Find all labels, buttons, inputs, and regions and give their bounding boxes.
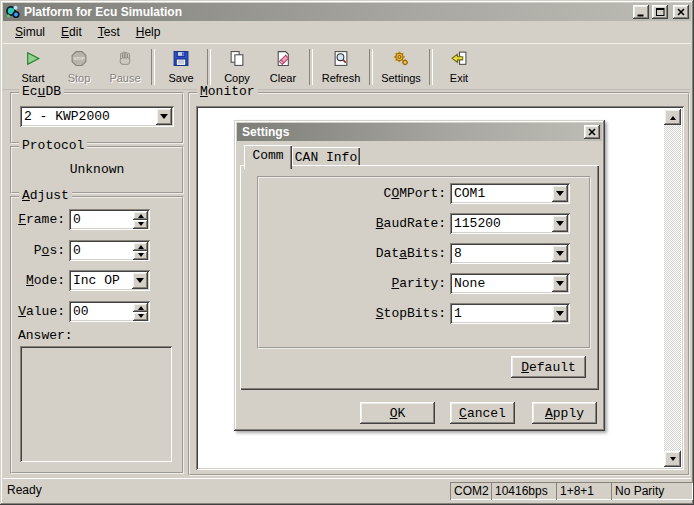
comport-label: COMPort: bbox=[254, 183, 446, 204]
menu-simul[interactable]: Simul bbox=[7, 23, 53, 41]
pos-spinner[interactable]: 0 bbox=[69, 240, 150, 261]
status-bar: Ready COM2 10416bps 1+8+1 No Parity bbox=[3, 478, 691, 503]
spin-down-icon[interactable] bbox=[133, 220, 148, 229]
databits-combobox[interactable]: 8 bbox=[450, 243, 570, 264]
status-pane-frame-bits: 1+8+1 bbox=[556, 482, 612, 500]
toolbar-separator bbox=[207, 49, 211, 85]
exit-button[interactable]: Exit bbox=[436, 47, 482, 87]
status-pane-parity: No Parity bbox=[611, 482, 693, 500]
spin-up-icon[interactable] bbox=[133, 242, 148, 251]
status-message: Ready bbox=[7, 483, 42, 497]
frame-value: 0 bbox=[73, 209, 132, 230]
stopbits-value: 1 bbox=[454, 303, 550, 324]
comport-value: COM1 bbox=[454, 183, 550, 204]
ok-button[interactable]: OK bbox=[360, 402, 435, 424]
chevron-down-icon[interactable] bbox=[552, 185, 568, 202]
toolbar-separator bbox=[151, 49, 155, 85]
status-pane-baudrate: 10416bps bbox=[491, 482, 557, 500]
apply-button[interactable]: Apply bbox=[532, 402, 597, 424]
default-button[interactable]: Default bbox=[511, 356, 586, 378]
pause-button[interactable]: Pause bbox=[102, 47, 148, 87]
tab-comm[interactable]: Comm bbox=[244, 145, 292, 169]
start-icon bbox=[24, 50, 42, 71]
baudrate-value: 115200 bbox=[454, 213, 550, 234]
save-floppy-icon bbox=[172, 50, 190, 71]
value-value: 00 bbox=[73, 301, 132, 322]
settings-button[interactable]: Settings bbox=[376, 47, 426, 87]
frame-label: Frame: bbox=[12, 209, 65, 230]
copy-icon bbox=[228, 50, 246, 71]
menu-edit[interactable]: Edit bbox=[53, 23, 90, 41]
value-spinner[interactable]: 00 bbox=[69, 301, 150, 322]
ecudb-value: 2 - KWP2000 bbox=[24, 106, 154, 127]
minimize-button[interactable] bbox=[633, 5, 649, 19]
chevron-down-icon[interactable] bbox=[552, 305, 568, 322]
menu-test[interactable]: Test bbox=[90, 23, 128, 41]
databits-value: 8 bbox=[454, 243, 550, 264]
menu-help[interactable]: Help bbox=[128, 23, 169, 41]
exit-icon bbox=[450, 50, 468, 71]
menu-bar: Simul Edit Test Help bbox=[3, 22, 691, 42]
answer-panel bbox=[20, 346, 172, 462]
settings-dialog-titlebar[interactable]: Settings bbox=[237, 123, 602, 141]
title-bar[interactable]: Platform for Ecu Simulation bbox=[3, 3, 691, 21]
ecudb-group-label: EcuDB bbox=[19, 85, 64, 99]
stopbits-label: StopBits: bbox=[254, 303, 446, 324]
mode-combobox[interactable]: Inc OP bbox=[69, 270, 150, 291]
chevron-down-icon[interactable] bbox=[552, 215, 568, 232]
adjust-group: Adjust Frame: 0 Pos: 0 Mode: Inc OP Valu… bbox=[10, 196, 184, 474]
save-button[interactable]: Save bbox=[158, 47, 204, 87]
pos-value: 0 bbox=[73, 240, 132, 261]
spin-up-icon[interactable] bbox=[133, 303, 148, 312]
parity-label: Parity: bbox=[254, 273, 446, 294]
chevron-down-icon[interactable] bbox=[156, 108, 172, 125]
scrollbar-track[interactable] bbox=[664, 125, 681, 451]
value-label: Value: bbox=[12, 301, 65, 322]
monitor-group-label: Monitor bbox=[197, 85, 258, 99]
mode-value: Inc OP bbox=[73, 270, 130, 291]
parity-combobox[interactable]: None bbox=[450, 273, 570, 294]
frame-spinner[interactable]: 0 bbox=[69, 209, 150, 230]
stop-button[interactable]: STOP Stop bbox=[56, 47, 102, 87]
start-button[interactable]: Start bbox=[10, 47, 56, 87]
refresh-button[interactable]: Refresh bbox=[316, 47, 366, 87]
close-button[interactable] bbox=[673, 5, 689, 19]
protocol-group: Protocol Unknown bbox=[10, 146, 184, 194]
parity-value: None bbox=[454, 273, 550, 294]
adjust-group-label: Adjust bbox=[19, 189, 72, 203]
settings-dialog: Settings Comm CAN Info COMPort: COM1 Bau… bbox=[234, 120, 605, 431]
ecudb-group: EcuDB 2 - KWP2000 bbox=[10, 92, 184, 144]
clear-eraser-icon bbox=[274, 50, 292, 71]
toolbar-separator bbox=[309, 49, 313, 85]
toolbar: Start STOP Stop Pause Save Copy Clear Re… bbox=[3, 43, 691, 90]
settings-gears-icon bbox=[392, 50, 410, 71]
pos-label: Pos: bbox=[12, 240, 65, 261]
chevron-down-icon[interactable] bbox=[552, 245, 568, 262]
databits-label: DataBits: bbox=[254, 243, 446, 264]
status-pane-com-port: COM2 bbox=[450, 482, 492, 500]
spin-up-icon[interactable] bbox=[133, 211, 148, 220]
copy-button[interactable]: Copy bbox=[214, 47, 260, 87]
baudrate-label: BaudRate: bbox=[254, 213, 446, 234]
scroll-up-icon[interactable] bbox=[664, 109, 681, 125]
cancel-button[interactable]: Cancel bbox=[450, 402, 515, 424]
answer-label: Answer: bbox=[18, 328, 73, 343]
scroll-down-icon[interactable] bbox=[664, 451, 681, 467]
chevron-down-icon[interactable] bbox=[132, 272, 148, 289]
spin-down-icon[interactable] bbox=[133, 251, 148, 260]
protocol-group-label: Protocol bbox=[19, 139, 87, 153]
dialog-close-button[interactable] bbox=[584, 125, 600, 139]
chevron-down-icon[interactable] bbox=[552, 275, 568, 292]
maximize-button[interactable] bbox=[652, 5, 668, 19]
comport-combobox[interactable]: COM1 bbox=[450, 183, 570, 204]
stopbits-combobox[interactable]: 1 bbox=[450, 303, 570, 324]
app-icon bbox=[5, 4, 21, 20]
ecudb-combobox[interactable]: 2 - KWP2000 bbox=[20, 106, 174, 127]
spin-down-icon[interactable] bbox=[133, 312, 148, 321]
baudrate-combobox[interactable]: 115200 bbox=[450, 213, 570, 234]
clear-button[interactable]: Clear bbox=[260, 47, 306, 87]
window-title: Platform for Ecu Simulation bbox=[24, 3, 630, 21]
monitor-vertical-scrollbar[interactable] bbox=[664, 109, 681, 467]
refresh-magnifier-icon bbox=[332, 50, 350, 71]
stop-icon: STOP bbox=[70, 50, 88, 71]
